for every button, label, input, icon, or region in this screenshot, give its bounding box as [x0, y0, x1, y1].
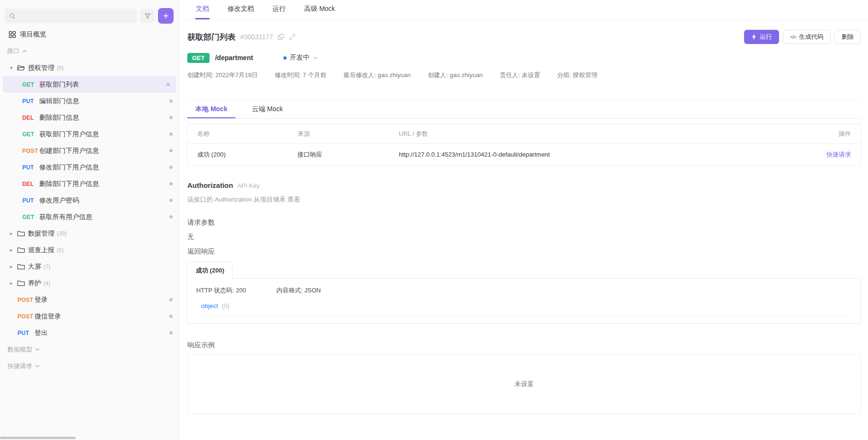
caret-right-icon: ▸: [9, 230, 14, 237]
quick-request-link[interactable]: 快捷请求: [826, 151, 851, 158]
response-example-heading: 响应示例: [187, 341, 861, 350]
endpoint-row: GET /department 开发中: [187, 52, 861, 63]
sidebar-item-api[interactable]: PUT 修改部门下用户信息: [0, 159, 179, 176]
sidebar-item-api[interactable]: POST 微信登录: [0, 308, 179, 325]
sidebar-folder[interactable]: ▸ 巡查上报 (5): [0, 242, 179, 258]
caret-down-icon: ▾: [9, 65, 14, 71]
meta-owner: 责任人: 未设置: [500, 71, 540, 79]
method-label: PUT: [22, 98, 39, 105]
sidebar-item-api[interactable]: GET 获取部门列表: [3, 76, 176, 93]
search-icon: [9, 13, 16, 19]
status-dot-icon: [283, 56, 287, 60]
column-header-name: 名称: [188, 124, 288, 144]
mock-tabbar: 本地 Mock 云端 Mock: [187, 101, 861, 119]
tab-edit-docs[interactable]: 修改文档: [227, 0, 254, 19]
sidebar-folder[interactable]: ▸ 养护 (4): [0, 275, 179, 291]
folder-count: (9): [57, 65, 64, 71]
method-label: POST: [18, 297, 35, 303]
meta-last-modifier: 最后修改人: gao.zhiyuan: [343, 71, 411, 79]
caret-right-icon: ▸: [9, 264, 14, 270]
code-icon: </>: [790, 34, 796, 40]
sidebar-section-quick-requests[interactable]: 快捷请求: [0, 358, 179, 374]
generate-code-button[interactable]: </> 生成代码: [783, 30, 831, 44]
api-name: 获取所有用户信息: [39, 213, 92, 221]
method-badge: GET: [187, 53, 210, 63]
search-input[interactable]: [18, 12, 132, 19]
sidebar-item-api[interactable]: PUT 登出: [0, 325, 179, 341]
chevron-down-icon: [313, 56, 318, 60]
project-overview-label: 项目概览: [20, 30, 46, 39]
meta-creator: 创建人: gao.zhiyuan: [428, 71, 482, 79]
sidebar-section-data-models[interactable]: 数据模型: [0, 341, 179, 358]
sidebar-item-api[interactable]: PUT 修改用户密码: [0, 192, 179, 209]
folder-icon: [17, 246, 25, 254]
doc-content: 获取部门列表 #30031177: [179, 29, 868, 414]
folder-count: (5): [57, 247, 64, 254]
tab-response-success[interactable]: 成功 (200): [187, 262, 233, 279]
view-link[interactable]: 查看: [288, 196, 300, 203]
authorization-header: Authorization API Key: [187, 181, 861, 189]
mock-table-header-row: 名称 来源 URL / 参数 操作: [188, 124, 860, 144]
schema-object-link[interactable]: object: [201, 302, 218, 309]
request-params-heading: 请求参数: [187, 218, 861, 227]
sidebar-item-api[interactable]: GET 获取所有用户信息: [0, 209, 179, 225]
sidebar-search-row: +: [0, 0, 179, 26]
sidebar-item-api[interactable]: PUT 编辑部门信息: [0, 93, 179, 109]
sidebar-folder[interactable]: ▸ 数据管理 (39): [0, 225, 179, 242]
mock-url-cell: http://127.0.0.1:4523/m1/1310421-0-defau…: [389, 144, 808, 165]
section-api-label: 接口: [7, 47, 19, 55]
unsynced-dot-icon: [169, 132, 173, 136]
copy-icon[interactable]: [278, 34, 284, 40]
sidebar-item-api[interactable]: POST 创建部门下用户信息: [0, 142, 179, 159]
folder-count: (4): [44, 280, 51, 287]
api-name: 微信登录: [35, 312, 61, 321]
tab-run[interactable]: 运行: [272, 0, 286, 19]
unsynced-dot-icon: [169, 199, 173, 202]
meta-created-time: 创建时间: 2022年7月19日: [187, 71, 258, 79]
unsynced-dot-icon: [169, 166, 173, 169]
sidebar-item-api[interactable]: DEL 删除部门下用户信息: [0, 176, 179, 192]
filter-icon: [144, 13, 151, 19]
sidebar-section-api[interactable]: 接口: [0, 43, 179, 60]
folder-name: 数据管理: [28, 229, 54, 238]
data-models-label: 数据模型: [8, 345, 32, 354]
unsynced-dot-icon: [169, 149, 173, 152]
api-name: 创建部门下用户信息: [39, 147, 99, 155]
api-name: 修改部门下用户信息: [39, 163, 99, 172]
folder-open-icon: [17, 64, 25, 71]
sidebar-folder-auth[interactable]: ▾ 授权管理 (9): [0, 60, 179, 76]
folder-icon: [17, 230, 25, 237]
mock-name-cell: 成功 (200): [188, 144, 288, 165]
sidebar-folder[interactable]: ▸ 大屏 (7): [0, 258, 179, 275]
tab-local-mock[interactable]: 本地 Mock: [187, 101, 236, 118]
tab-advanced-mock[interactable]: 高级 Mock: [304, 0, 335, 19]
sidebar-item-api[interactable]: POST 登录: [0, 291, 179, 308]
add-button[interactable]: +: [158, 8, 174, 24]
tab-docs[interactable]: 文档: [195, 0, 210, 19]
chevron-down-icon: [35, 348, 40, 351]
lightning-icon: [751, 34, 757, 40]
search-box[interactable]: [5, 9, 137, 23]
schema-row: object {0}: [196, 302, 852, 309]
status-select[interactable]: 开发中: [283, 53, 318, 62]
unsynced-dot-icon: [169, 99, 173, 103]
title-group: 获取部门列表 #30031177: [187, 32, 296, 43]
folder-icon: [17, 280, 25, 287]
content-format: 内容格式: JSON: [276, 286, 321, 295]
folder-name: 大屏: [28, 263, 41, 271]
sidebar-item-api[interactable]: GET 获取部门下用户信息: [0, 126, 179, 142]
doc-header: 获取部门列表 #30031177: [187, 29, 861, 44]
filter-button[interactable]: [140, 9, 155, 23]
delete-button[interactable]: 删除: [834, 30, 861, 44]
horizontal-scrollbar[interactable]: [0, 437, 76, 439]
authorization-type: API Key: [237, 182, 260, 189]
column-header-url: URL / 参数: [389, 124, 808, 144]
run-button[interactable]: 运行: [744, 30, 779, 44]
link-icon[interactable]: [289, 34, 296, 40]
folder-count: (39): [57, 230, 67, 237]
caret-right-icon: ▸: [9, 247, 14, 253]
tab-cloud-mock[interactable]: 云端 Mock: [244, 101, 291, 118]
unsynced-dot-icon: [169, 331, 173, 334]
sidebar-item-project-overview[interactable]: 项目概览: [0, 26, 179, 43]
sidebar-item-api[interactable]: DEL 删除部门信息: [0, 109, 179, 126]
